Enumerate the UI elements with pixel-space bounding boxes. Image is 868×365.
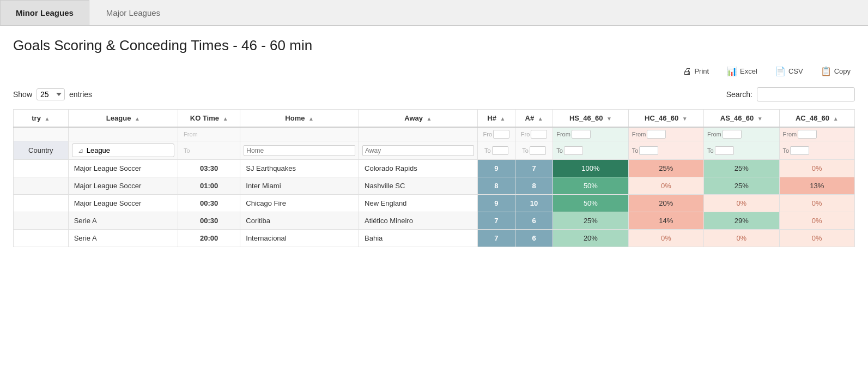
col-header-country[interactable]: try ▲: [14, 110, 69, 128]
print-button[interactable]: 🖨 Print: [678, 64, 713, 79]
filter-hs-to-cell: To: [553, 141, 628, 160]
a-hash-from-input[interactable]: [531, 130, 547, 139]
filter-as-to-cell: To: [704, 141, 779, 160]
cell-home: Inter Miami: [240, 177, 359, 195]
cell-country: [14, 212, 69, 230]
sort-icon-away: ▲: [427, 116, 432, 122]
cell-country: [14, 177, 69, 195]
print-icon: 🖨: [683, 67, 691, 76]
col-header-ko-time[interactable]: KO Time ▲: [178, 110, 240, 128]
home-filter-input[interactable]: [244, 145, 355, 156]
a-hash-to-input[interactable]: [530, 146, 546, 155]
cell-hs-46-60: 20%: [553, 230, 628, 247]
h-hash-to-input[interactable]: [492, 146, 508, 155]
col-header-a-hash[interactable]: A# ▲: [515, 110, 553, 128]
copy-label: Copy: [834, 67, 851, 75]
table-row: Serie A 20:00 Internacional Bahia 7 6 20…: [14, 230, 855, 247]
sort-icon-country: ▲: [45, 116, 50, 122]
cell-ko-time: 03:30: [178, 160, 240, 177]
ac-from-input[interactable]: [798, 130, 817, 139]
away-filter-input[interactable]: [362, 145, 474, 156]
sort-icon-home: ▲: [308, 116, 314, 122]
filter-ko-from-label: From: [178, 127, 240, 141]
col-header-as-46-60[interactable]: AS_46_60 ▼: [704, 110, 779, 128]
sort-icon-ac-46-60: ▲: [833, 116, 839, 122]
cell-hs-46-60: 50%: [553, 177, 628, 195]
page-header: Goals Scoring & Conceding Times - 46 - 6…: [0, 26, 868, 59]
csv-button[interactable]: 📄 CSV: [770, 64, 808, 79]
col-header-ac-46-60[interactable]: AC_46_60 ▲: [779, 110, 855, 128]
col-header-hc-46-60[interactable]: HC_46_60 ▼: [628, 110, 703, 128]
hs-to-input[interactable]: [564, 146, 583, 155]
filter-away-cell: [359, 127, 478, 141]
cell-a-hash: 7: [515, 160, 553, 177]
excel-button[interactable]: 📊 Excel: [722, 64, 762, 79]
cell-away: Atlético Mineiro: [359, 212, 478, 230]
filter-ac-to-cell: To: [779, 141, 855, 160]
sort-icon-hs-46-60: ▼: [606, 116, 612, 122]
search-row: Search:: [726, 87, 855, 101]
copy-icon: 📋: [821, 66, 831, 76]
cell-h-hash: 8: [477, 177, 515, 195]
search-input[interactable]: [757, 87, 855, 101]
cell-ko-time: 00:30: [178, 195, 240, 212]
country-filter-cell: Country: [14, 141, 69, 160]
cell-hs-46-60: 100%: [553, 160, 628, 177]
cell-hc-46-60: 14%: [628, 212, 703, 230]
tab-minor-leagues[interactable]: Minor Leagues: [0, 0, 89, 25]
col-header-home[interactable]: Home ▲: [240, 110, 359, 128]
show-select[interactable]: 10 25 50 100: [37, 88, 65, 100]
cell-hc-46-60: 25%: [628, 160, 703, 177]
cell-as-46-60: 0%: [704, 230, 779, 247]
cell-hs-46-60: 25%: [553, 212, 628, 230]
table-row: Major League Soccer 03:30 SJ Earthquakes…: [14, 160, 855, 177]
copy-button[interactable]: 📋 Copy: [816, 64, 855, 79]
league-filter-cell[interactable]: ⊿ League: [68, 141, 178, 160]
filter-a-to-cell: To: [515, 141, 553, 160]
sort-icon-ko-time: ▲: [223, 116, 228, 122]
filter-league-cell: [68, 127, 178, 141]
as-from-input[interactable]: [723, 130, 742, 139]
cell-ac-46-60: 0%: [779, 230, 855, 247]
filter-home-cell: [240, 127, 359, 141]
cell-away: Colorado Rapids: [359, 160, 478, 177]
cell-hc-46-60: 0%: [628, 177, 703, 195]
filter-home-input-cell: [240, 141, 359, 160]
col-header-league[interactable]: League ▲: [68, 110, 178, 128]
col-header-h-hash[interactable]: H# ▲: [477, 110, 515, 128]
filter-hc-from-cell: From: [628, 127, 703, 141]
filter-away-input-cell: [359, 141, 478, 160]
cell-ac-46-60: 13%: [779, 177, 855, 195]
league-filter-button[interactable]: ⊿ League: [72, 143, 174, 157]
hs-from-input[interactable]: [572, 130, 591, 139]
hc-to-input[interactable]: [639, 146, 658, 155]
csv-label: CSV: [788, 67, 803, 75]
tab-major-leagues[interactable]: Major Leagues: [90, 0, 176, 25]
ac-to-input[interactable]: [790, 146, 809, 155]
cell-hc-46-60: 20%: [628, 195, 703, 212]
col-header-away[interactable]: Away ▲: [359, 110, 478, 128]
header-row: try ▲ League ▲ KO Time ▲ Home ▲ Away ▲ H…: [14, 110, 855, 128]
as-to-input[interactable]: [715, 146, 734, 155]
cell-country: [14, 195, 69, 212]
cell-h-hash: 7: [477, 230, 515, 247]
h-hash-from-input[interactable]: [493, 130, 509, 139]
cell-as-46-60: 25%: [704, 177, 779, 195]
hc-from-input[interactable]: [647, 130, 666, 139]
cell-a-hash: 6: [515, 212, 553, 230]
sort-icon-a-hash: ▲: [538, 116, 543, 122]
excel-icon: 📊: [726, 66, 737, 76]
cell-home: Coritiba: [240, 212, 359, 230]
filter-a-from-cell: Fro: [515, 127, 553, 141]
cell-a-hash: 8: [515, 177, 553, 195]
cell-league: Serie A: [68, 212, 178, 230]
col-header-hs-46-60[interactable]: HS_46_60 ▼: [553, 110, 628, 128]
cell-home: Chicago Fire: [240, 195, 359, 212]
print-label: Print: [694, 67, 709, 75]
filter-icon: ⊿: [78, 147, 83, 154]
cell-ko-time: 01:00: [178, 177, 240, 195]
excel-label: Excel: [740, 67, 757, 75]
cell-away: New England: [359, 195, 478, 212]
cell-league: Serie A: [68, 230, 178, 247]
sort-icon-hc-46-60: ▼: [682, 116, 688, 122]
